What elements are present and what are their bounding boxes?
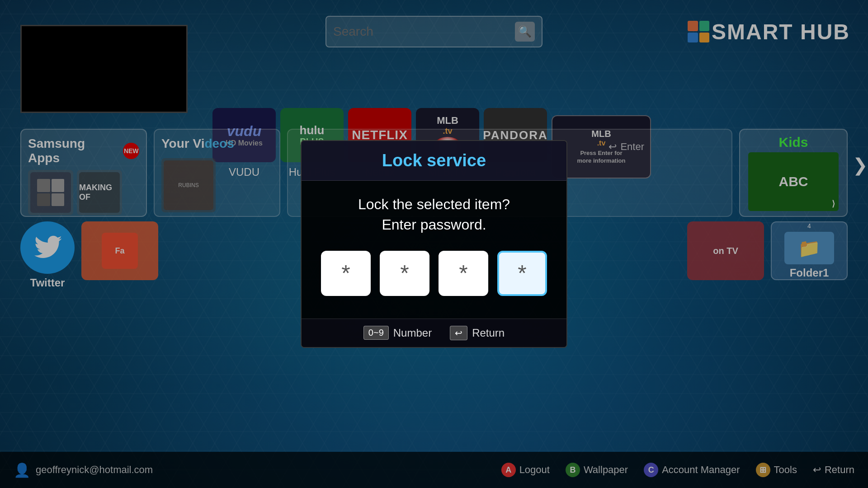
modal-footer: 0~9 Number ↩ Return [302,319,566,347]
password-inputs: * * * * [320,251,548,296]
pin-box-1: * [321,251,371,296]
pin-box-4: * [497,251,547,296]
number-hint: 0~9 Number [363,326,432,340]
pin-box-3: * [439,251,488,296]
number-hint-badge: 0~9 [363,326,389,340]
modal-title: Lock service [311,151,557,170]
modal-text: Lock the selected item? Enter password. [320,194,548,235]
lock-service-modal: Lock service Lock the selected item? Ent… [301,140,567,348]
modal-body: Lock the selected item? Enter password. … [302,181,566,319]
number-hint-label: Number [393,327,432,339]
return-hint: ↩ Return [450,326,505,340]
modal-header: Lock service [302,141,566,181]
return-hint-label: Return [472,327,505,339]
return-hint-icon: ↩ [450,326,467,340]
modal-overlay: Lock service Lock the selected item? Ent… [0,0,868,488]
pin-box-2: * [380,251,429,296]
